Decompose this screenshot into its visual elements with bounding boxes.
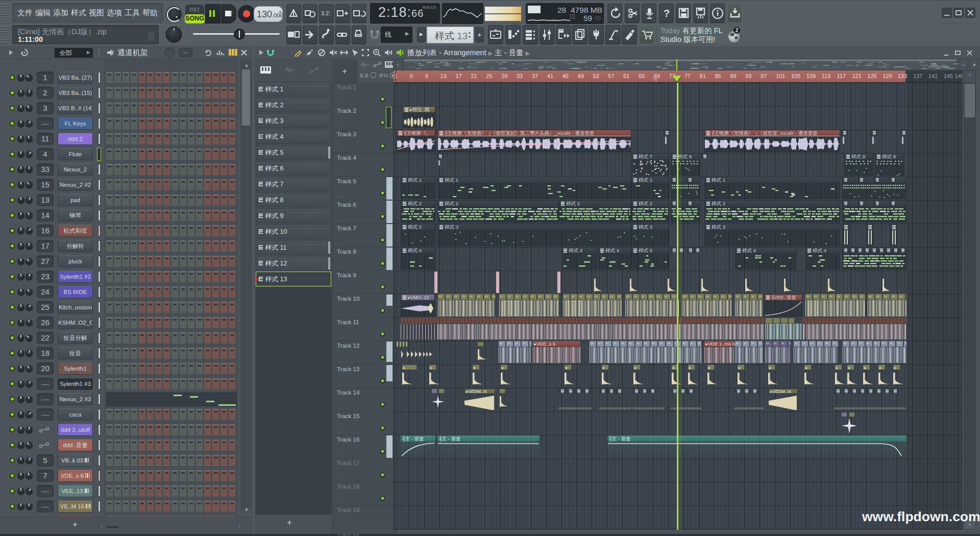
svg-text:?: ? xyxy=(664,8,670,19)
svg-text:3.2:: 3.2: xyxy=(321,10,330,16)
